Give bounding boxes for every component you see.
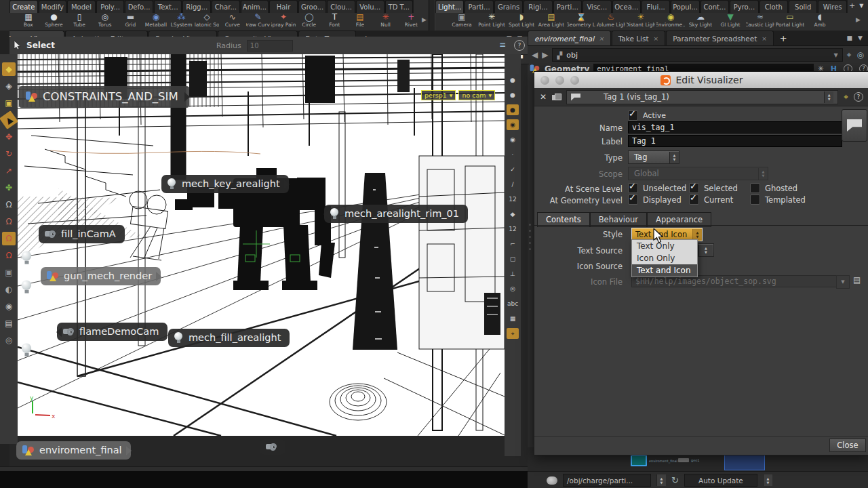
style-option-text-and-icon[interactable]: Text and Icon [632,264,697,277]
help-icon[interactable]: ? [514,40,525,51]
snap-point-icon[interactable]: Ω [2,232,16,245]
select-geometry-icon[interactable]: ▣ [2,96,16,110]
network-node-geo1[interactable]: geo1 [678,458,700,462]
points-display-icon[interactable]: · [507,149,519,160]
refresh-icon[interactable]: ↻ [671,475,679,485]
shelf-tab-create[interactable]: Create [9,0,38,13]
headlight-icon[interactable]: ● [507,75,519,85]
origin-icon[interactable]: ◎ [507,283,519,294]
active-checkbox[interactable] [628,110,638,121]
visualizers-icon[interactable]: ⌖ [507,328,519,339]
shelf-tool-tube[interactable]: ▯Tube [67,13,92,28]
viewport-tag-flameDemoCam[interactable]: flameDemoCam [57,323,167,341]
shelf-tool-camera[interactable]: ▣Camera [448,13,476,28]
shelf-tab-modify[interactable]: Modify [39,0,67,13]
dialog-titlebar[interactable]: Edit Visualizer [534,72,868,88]
viewport-tag-CONSTRAINTS_AND_SIM[interactable]: CONSTRAINTS_AND_SIM [19,86,189,108]
shelf-tab-flui[interactable]: Flui... [642,0,670,13]
unselected-checkbox[interactable] [628,183,638,193]
translate-tool-icon[interactable]: ✥ [2,130,16,144]
shelf-tab-text[interactable]: Text... [154,0,182,13]
copy-visualizer-icon[interactable] [552,94,561,101]
prim-numbers-icon[interactable]: 12 [507,224,519,235]
radius-input[interactable]: 10 [247,40,293,52]
shelf-tab-defo[interactable]: Defo... [125,0,153,13]
snap-grid-icon[interactable]: Ω [2,198,16,211]
close-button[interactable]: Close [829,439,866,452]
shelf-tab-light[interactable]: Light... [435,0,464,13]
label-input[interactable]: Tag 1 [628,135,842,147]
high-quality-light-icon[interactable]: ● [507,104,519,115]
text-source-spinner[interactable] [698,243,714,257]
shelf-tab-controls[interactable]: + ▼ [849,1,863,10]
link-icon[interactable]: ◎ [857,50,864,60]
pin-icon[interactable]: ⌖ [844,92,848,102]
tab-close-icon[interactable] [654,35,659,42]
shelf-tool-distantlight[interactable]: ☀Distant Light [627,13,655,28]
shelf-tab-clou[interactable]: Clou... [327,0,355,13]
templated-checkbox[interactable] [750,195,760,205]
group-display-icon[interactable]: ▢ [507,253,519,264]
show-handles-icon[interactable]: ◈ [2,79,16,93]
shelf-tab-cloth[interactable]: Cloth [760,0,788,13]
pane-tab-enviromentfinal[interactable]: enviroment_final [528,30,611,45]
tab-close-icon[interactable] [599,35,604,42]
snapshot-icon[interactable]: ▤ [2,317,16,330]
shelf-tab-anim[interactable]: Anim... [241,0,269,13]
pose-tool-icon[interactable]: ✤ [2,181,16,195]
scale-tool-icon[interactable]: ↗ [2,164,16,178]
flipbook-icon[interactable]: ◎ [2,333,16,347]
shelf-tool-environme[interactable]: ◉Environme... [656,13,685,28]
select-tool-icon[interactable]: ▲ [0,110,18,129]
light-handle-icon[interactable] [22,281,31,294]
viewport-tag-camera[interactable] [260,439,285,455]
shelf-tab-groo[interactable]: Groo... [298,0,327,13]
shelf-tab-rigg[interactable]: Rigg... [182,0,211,13]
secure-selection-icon[interactable]: ◆ [2,62,16,76]
viewport-tag-mech_key_arealight[interactable]: mech_key_arealight [161,175,289,193]
tab-close-icon[interactable] [762,35,767,42]
displayed-checkbox[interactable] [628,195,638,205]
shelf-tab-rigi[interactable]: Rigi... [524,0,552,13]
shelf-tool-gilight[interactable]: ▼GI Light [716,13,745,28]
snap-curve-icon[interactable]: Ω [2,215,16,228]
shelf-tab-parti[interactable]: Parti... [465,0,493,13]
icon-file-caret[interactable]: ▼ [836,275,850,289]
shelf-tool-curve[interactable]: ∿Curve [220,13,245,28]
text-overlay-icon[interactable]: abc [507,298,519,309]
selected-checkbox[interactable] [689,183,699,193]
type-select[interactable]: Tag [628,150,679,164]
normal-lights-icon[interactable]: ● [507,89,519,100]
view-mask-icon[interactable]: ◐ [2,283,16,296]
pane-tab-takelist[interactable]: Take List [612,30,666,45]
point-numbers-icon[interactable]: 12 [507,194,519,205]
shelf-tab-poly[interactable]: Poly... [96,0,125,13]
shelf-tool-skylight[interactable]: ☁Sky Light [686,13,715,28]
add-shelf-tab-button[interactable]: + [849,1,855,10]
shelf-tab-wires[interactable]: Wires [818,0,846,13]
shelf-tool-amb[interactable]: ◖Amb [806,13,834,28]
shelf-tool-sphere[interactable]: ●Sphere [42,13,66,28]
shelf-tool-platonicsol[interactable]: ◇Platonic Sol... [195,13,219,28]
prim-display-icon[interactable]: ◆ [507,209,519,220]
pin-icon[interactable]: ⌖ [847,50,852,60]
current-checkbox[interactable] [689,195,699,205]
remove-visualizer-icon[interactable]: ✕ [540,92,547,102]
shelf-tab-char[interactable]: Char... [212,0,240,13]
viewport-3d[interactable]: y x [18,54,505,436]
shelf-tool-drawcurve[interactable]: ✎Draw Curve [246,13,271,28]
rotate-tool-icon[interactable]: ↻ [2,147,16,161]
window-button-icon[interactable] [570,76,579,85]
shelf-tool-arealight[interactable]: ▤Area Light [537,13,566,28]
window-button-icon[interactable] [540,76,549,85]
viewport-camera-icon[interactable]: ▣ [2,266,16,279]
shelf-tool-metaball[interactable]: ◉Metaball [144,13,168,28]
point-normals-icon[interactable]: ✓ [507,164,519,175]
shelf-tab-solid[interactable]: Solid [789,0,817,13]
back-icon[interactable]: ◀ [532,50,538,60]
visualizer-select[interactable]: Tag 1 (vis_tag_1) [566,90,838,104]
shelf-tool-pointlight[interactable]: ✳Point Light [477,13,506,28]
shelf-tool-spraypaint[interactable]: ✦Spray Paint [271,13,296,28]
snap-magnet-icon[interactable]: Ω [2,249,16,262]
shadows-icon[interactable]: ◉ [507,119,519,130]
